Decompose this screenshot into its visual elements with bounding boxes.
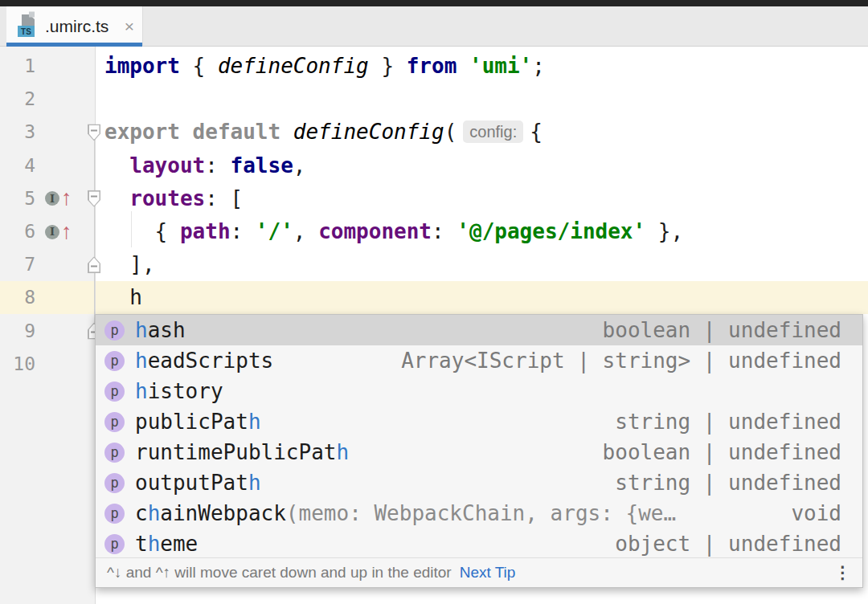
- editor-line-8[interactable]: 8 h: [0, 281, 868, 314]
- completion-item-publicPath[interactable]: ppublicPathstring | undefined: [96, 406, 862, 437]
- ide-window: TS .umirc.ts × 1import { defineConfig } …: [0, 0, 868, 604]
- completion-item-type: string | undefined: [615, 410, 841, 434]
- line-number: 5: [0, 182, 35, 215]
- line-number: 9: [0, 315, 35, 348]
- editor-line-6[interactable]: 6I↑ { path: '/', component: '@/pages/ind…: [0, 215, 868, 248]
- completion-item-type: string | undefined: [615, 471, 841, 495]
- line-number: 1: [0, 50, 35, 83]
- hint-text: ^↓ and ^↑ will move caret down and up in…: [107, 564, 452, 582]
- completion-item-name: hash: [135, 318, 186, 342]
- completion-item-headScripts[interactable]: pheadScriptsArray<IScript | string> | un…: [96, 345, 862, 376]
- editor-tab-bar: TS .umirc.ts ×: [0, 6, 868, 47]
- property-icon: p: [104, 443, 125, 463]
- completion-item-name: outputPath: [135, 471, 261, 495]
- code-line-text: ],: [104, 248, 155, 281]
- line-number: 7: [0, 248, 35, 281]
- inlay-hint: config:: [463, 120, 523, 143]
- completion-item-type: boolean | undefined: [603, 440, 841, 464]
- line-number: 4: [0, 149, 35, 182]
- line-number: 10: [0, 348, 35, 381]
- line-number: 2: [0, 83, 35, 116]
- code-line-text: routes: [: [104, 182, 243, 215]
- implemented-up-arrow-icon[interactable]: I: [45, 225, 59, 239]
- up-arrow-icon: ↑: [61, 220, 72, 242]
- completion-item-name: headScripts: [135, 349, 273, 373]
- window-top-strip: [0, 0, 868, 6]
- tab-close-icon[interactable]: ×: [125, 17, 134, 36]
- code-line-text: { path: '/', component: '@/pages/index' …: [104, 215, 683, 248]
- completion-item-name: history: [135, 379, 223, 403]
- code-line-text: import { defineConfig } from 'umi';: [104, 50, 545, 83]
- editor-line-7[interactable]: 7 ],: [0, 248, 868, 281]
- completion-item-type: Array<IScript | string> | undefined: [401, 349, 841, 373]
- property-icon: p: [104, 351, 125, 371]
- tab-umirc-ts[interactable]: TS .umirc.ts ×: [6, 6, 143, 47]
- completion-hint-bar: ^↓ and ^↑ will move caret down and up in…: [96, 557, 862, 587]
- implemented-up-arrow-icon[interactable]: I: [45, 191, 59, 206]
- editor-line-3[interactable]: 3export default defineConfig(config:{: [0, 116, 868, 149]
- property-icon: p: [104, 412, 125, 432]
- typescript-file-icon: TS: [18, 14, 39, 37]
- completion-items: phashboolean | undefinedpheadScriptsArra…: [96, 315, 862, 559]
- next-tip-link[interactable]: Next Tip: [460, 564, 516, 582]
- code-line-text: h: [104, 281, 142, 314]
- completion-item-name: runtimePublicPath: [135, 440, 349, 464]
- fold-marker-icon[interactable]: [88, 124, 100, 141]
- line-number: 6: [0, 215, 35, 248]
- completion-item-outputPath[interactable]: poutputPathstring | undefined: [96, 467, 862, 498]
- editor-line-4[interactable]: 4 layout: false,: [0, 149, 868, 182]
- more-options-icon[interactable]: ⋮: [834, 563, 851, 582]
- property-icon: p: [104, 534, 125, 554]
- completion-item-name: theme: [135, 532, 198, 556]
- completion-item-hash[interactable]: phashboolean | undefined: [96, 315, 862, 345]
- completion-item-runtimePublicPath[interactable]: pruntimePublicPathboolean | undefined: [96, 437, 862, 467]
- code-line-text: export default defineConfig(config:{: [104, 116, 542, 149]
- property-icon: p: [104, 382, 125, 402]
- property-icon: p: [104, 320, 125, 341]
- fold-marker-icon[interactable]: [88, 190, 100, 207]
- property-icon: p: [104, 504, 125, 524]
- completion-item-signature: (memo: WebpackChain, args: {we…: [286, 501, 676, 525]
- code-line-text: layout: false,: [104, 149, 305, 182]
- completion-item-type: void: [791, 501, 841, 525]
- completion-item-type: boolean | undefined: [603, 318, 841, 342]
- completion-item-name: chainWebpack: [135, 501, 286, 525]
- completion-item-name: publicPath: [135, 410, 261, 434]
- completion-popup: phashboolean | undefinedpheadScriptsArra…: [95, 314, 863, 588]
- editor-line-2[interactable]: 2: [0, 83, 868, 116]
- tab-label: .umirc.ts: [45, 17, 108, 36]
- editor-line-1[interactable]: 1import { defineConfig } from 'umi';: [0, 50, 868, 83]
- line-number: 8: [0, 281, 35, 314]
- completion-item-theme[interactable]: pthemeobject | undefined: [96, 528, 862, 559]
- fold-marker-icon[interactable]: [88, 256, 100, 273]
- up-arrow-icon: ↑: [61, 187, 72, 209]
- code-editor[interactable]: 1import { defineConfig } from 'umi';23ex…: [0, 47, 868, 604]
- completion-item-type: object | undefined: [615, 532, 841, 556]
- line-number: 3: [0, 116, 35, 149]
- editor-line-5[interactable]: 5I↑ routes: [: [0, 182, 868, 215]
- completion-item-history[interactable]: phistory: [96, 376, 862, 406]
- completion-item-chainWebpack[interactable]: pchainWebpack(memo: WebpackChain, args: …: [96, 498, 862, 528]
- property-icon: p: [104, 473, 125, 493]
